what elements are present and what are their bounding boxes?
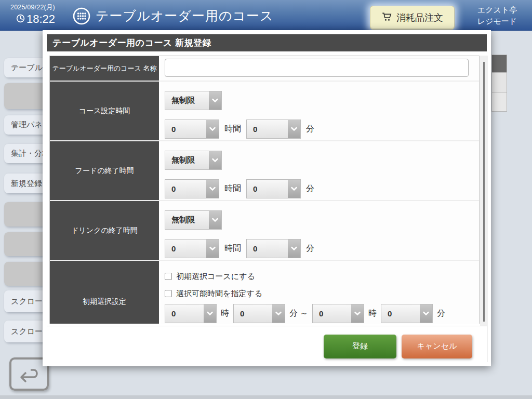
range-start-minute-select[interactable]: 0 bbox=[233, 304, 285, 323]
range-end-minute-select[interactable]: 0 bbox=[381, 304, 433, 323]
hours-unit-label: 時間 bbox=[224, 124, 241, 135]
minutes-unit-label: 分 bbox=[306, 124, 314, 135]
minutes-unit-label: 分 bbox=[306, 243, 314, 254]
return-arrow-icon bbox=[17, 363, 41, 385]
chevron-down-icon bbox=[420, 304, 432, 323]
chevron-down-icon bbox=[206, 180, 219, 198]
chevron-down-icon bbox=[209, 91, 221, 110]
page-title: テーブルオーダー用のコース bbox=[96, 7, 274, 24]
app-header: 2025/09/22(月) 18:22 テーブルオーダー用のコース 消耗品注文 … bbox=[0, 0, 532, 31]
datetime-display: 2025/09/22(月) 18:22 bbox=[3, 3, 55, 26]
course-name-input[interactable] bbox=[165, 59, 469, 77]
minute-unit-label: 分 bbox=[289, 308, 298, 319]
sidebar-item-label: 新規登録 bbox=[11, 179, 42, 189]
food-end-time-row: フードの終了時間 無制限 0 時間 0 bbox=[50, 140, 479, 200]
chevron-down-icon bbox=[288, 180, 300, 198]
drink-end-hour-select[interactable]: 0 bbox=[165, 239, 219, 258]
course-time-label: コース設定時間 bbox=[50, 82, 161, 140]
chevron-down-icon bbox=[272, 304, 285, 323]
range-separator: ～ bbox=[300, 308, 308, 319]
course-form-table: テーブルオーダー用のコース 名称 コース設定時間 無制限 0 bbox=[49, 56, 480, 324]
course-time-row: コース設定時間 無制限 0 時間 0 bbox=[50, 81, 479, 140]
consumables-order-button[interactable]: 消耗品注文 bbox=[370, 6, 455, 30]
drink-end-time-row: ドリンクの終了時間 無制限 0 時間 0 bbox=[50, 200, 479, 260]
range-end-hour-select[interactable]: 0 bbox=[312, 304, 364, 323]
drink-end-limit-select[interactable]: 無制限 bbox=[165, 210, 222, 230]
course-name-row: テーブルオーダー用のコース 名称 bbox=[50, 56, 479, 81]
modal-title: テーブルオーダー用のコース 新規登録 bbox=[47, 34, 487, 51]
hour-unit-label: 時 bbox=[368, 308, 377, 319]
chevron-down-icon bbox=[288, 240, 300, 258]
select-value: 0 bbox=[165, 304, 204, 323]
food-end-limit-select[interactable]: 無制限 bbox=[165, 151, 222, 170]
selectable-time-option[interactable]: 選択可能時間を指定する bbox=[165, 287, 475, 300]
drink-end-time-label: ドリンクの終了時間 bbox=[50, 201, 161, 260]
minutes-unit-label: 分 bbox=[306, 183, 314, 194]
select-value: 無制限 bbox=[165, 91, 209, 110]
course-name-label: テーブルオーダー用のコース 名称 bbox=[50, 56, 161, 81]
drink-end-minute-select[interactable]: 0 bbox=[246, 239, 301, 258]
chevron-down-icon bbox=[209, 151, 221, 169]
scrollbar-thumb[interactable] bbox=[483, 62, 485, 322]
hours-unit-label: 時間 bbox=[224, 183, 241, 194]
store-name: エクスト亭 bbox=[467, 4, 528, 16]
bg-table-cell bbox=[491, 73, 507, 92]
hours-unit-label: 時間 bbox=[224, 243, 241, 254]
chevron-down-icon bbox=[351, 304, 364, 323]
register-button[interactable]: 登録 bbox=[324, 335, 396, 358]
minute-unit-label: 分 bbox=[437, 308, 445, 319]
bottom-strip bbox=[0, 395, 532, 399]
chevron-down-icon bbox=[288, 120, 300, 138]
checkbox-label: 選択可能時間を指定する bbox=[176, 289, 262, 299]
select-value: 0 bbox=[165, 240, 206, 258]
select-value: 0 bbox=[381, 304, 420, 323]
new-course-modal: テーブルオーダー用のコース 新規登録 テーブルオーダー用のコース 名称 コース設… bbox=[43, 30, 491, 366]
hour-unit-label: 時 bbox=[221, 308, 229, 319]
range-start-hour-select[interactable]: 0 bbox=[165, 304, 217, 323]
chevron-down-icon bbox=[206, 240, 219, 258]
header-time: 18:22 bbox=[26, 12, 55, 26]
modal-footer: 登録 キャンセル bbox=[47, 326, 487, 366]
initial-course-checkbox[interactable] bbox=[165, 273, 172, 280]
select-value: 0 bbox=[234, 304, 272, 323]
food-end-minute-select[interactable]: 0 bbox=[246, 179, 301, 198]
selectable-time-checkbox[interactable] bbox=[165, 290, 172, 297]
course-time-minute-select[interactable]: 0 bbox=[246, 119, 301, 139]
bg-table-cell bbox=[491, 92, 507, 112]
initial-selection-row: 初期選択設定 初期選択コースにする 選択可能時間を指定する 0 bbox=[50, 260, 479, 324]
chevron-down-icon bbox=[209, 211, 221, 229]
chevron-down-icon bbox=[206, 120, 219, 138]
food-end-hour-select[interactable]: 0 bbox=[165, 179, 219, 198]
cancel-button[interactable]: キャンセル bbox=[402, 335, 472, 358]
header-date: 2025/09/22(月) bbox=[3, 3, 55, 12]
course-time-hour-select[interactable]: 0 bbox=[165, 119, 219, 139]
food-end-time-label: フードの終了時間 bbox=[50, 141, 161, 200]
initial-selection-label: 初期選択設定 bbox=[50, 261, 161, 324]
modal-body: テーブルオーダー用のコース 名称 コース設定時間 無制限 0 bbox=[47, 56, 487, 324]
initial-course-option[interactable]: 初期選択コースにする bbox=[165, 270, 475, 283]
clock-icon bbox=[16, 12, 25, 26]
select-value: 0 bbox=[247, 240, 288, 258]
store-mode-display: エクスト亭 レジモード bbox=[467, 4, 528, 27]
checkbox-label: 初期選択コースにする bbox=[176, 272, 255, 282]
select-value: 0 bbox=[165, 180, 206, 198]
cart-icon bbox=[381, 11, 392, 24]
select-value: 0 bbox=[247, 120, 288, 138]
chevron-down-icon bbox=[204, 304, 216, 323]
course-time-limit-select[interactable]: 無制限 bbox=[165, 91, 222, 110]
select-value: 無制限 bbox=[165, 151, 209, 169]
mode-label: レジモード bbox=[467, 16, 528, 27]
menu-grid-icon[interactable] bbox=[72, 7, 91, 25]
select-value: 無制限 bbox=[165, 211, 209, 229]
consumables-order-label: 消耗品注文 bbox=[396, 11, 443, 24]
select-value: 0 bbox=[165, 120, 206, 138]
modal-scrollbar[interactable] bbox=[480, 56, 488, 362]
select-value: 0 bbox=[247, 180, 288, 198]
select-value: 0 bbox=[313, 304, 351, 323]
bg-table-cell-selected bbox=[491, 55, 507, 73]
